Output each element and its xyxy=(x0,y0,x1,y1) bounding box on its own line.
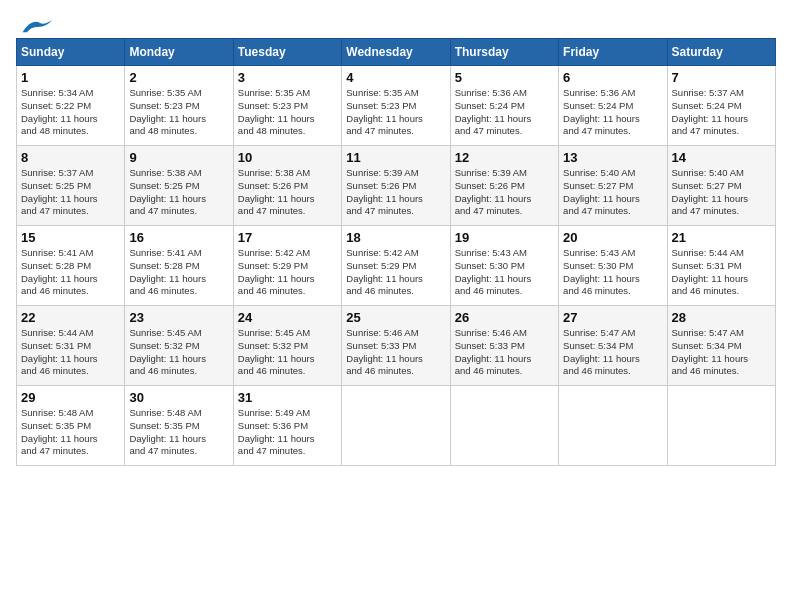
logo xyxy=(16,16,54,30)
calendar-cell: 27Sunrise: 5:47 AM Sunset: 5:34 PM Dayli… xyxy=(559,306,667,386)
calendar-cell: 17Sunrise: 5:42 AM Sunset: 5:29 PM Dayli… xyxy=(233,226,341,306)
calendar-week-1: 1Sunrise: 5:34 AM Sunset: 5:22 PM Daylig… xyxy=(17,66,776,146)
calendar-cell: 25Sunrise: 5:46 AM Sunset: 5:33 PM Dayli… xyxy=(342,306,450,386)
day-detail: Sunrise: 5:35 AM Sunset: 5:23 PM Dayligh… xyxy=(346,87,445,138)
day-detail: Sunrise: 5:37 AM Sunset: 5:25 PM Dayligh… xyxy=(21,167,120,218)
day-detail: Sunrise: 5:42 AM Sunset: 5:29 PM Dayligh… xyxy=(238,247,337,298)
day-detail: Sunrise: 5:38 AM Sunset: 5:26 PM Dayligh… xyxy=(238,167,337,218)
day-number: 23 xyxy=(129,310,228,325)
day-number: 3 xyxy=(238,70,337,85)
day-detail: Sunrise: 5:39 AM Sunset: 5:26 PM Dayligh… xyxy=(455,167,554,218)
calendar-cell: 12Sunrise: 5:39 AM Sunset: 5:26 PM Dayli… xyxy=(450,146,558,226)
calendar-cell: 31Sunrise: 5:49 AM Sunset: 5:36 PM Dayli… xyxy=(233,386,341,466)
day-number: 2 xyxy=(129,70,228,85)
day-number: 22 xyxy=(21,310,120,325)
day-number: 7 xyxy=(672,70,771,85)
day-number: 28 xyxy=(672,310,771,325)
calendar-cell: 4Sunrise: 5:35 AM Sunset: 5:23 PM Daylig… xyxy=(342,66,450,146)
day-detail: Sunrise: 5:48 AM Sunset: 5:35 PM Dayligh… xyxy=(21,407,120,458)
calendar-cell xyxy=(342,386,450,466)
calendar-cell: 28Sunrise: 5:47 AM Sunset: 5:34 PM Dayli… xyxy=(667,306,775,386)
calendar-cell: 15Sunrise: 5:41 AM Sunset: 5:28 PM Dayli… xyxy=(17,226,125,306)
calendar-cell: 14Sunrise: 5:40 AM Sunset: 5:27 PM Dayli… xyxy=(667,146,775,226)
calendar-cell: 13Sunrise: 5:40 AM Sunset: 5:27 PM Dayli… xyxy=(559,146,667,226)
day-number: 16 xyxy=(129,230,228,245)
day-number: 14 xyxy=(672,150,771,165)
calendar-cell: 2Sunrise: 5:35 AM Sunset: 5:23 PM Daylig… xyxy=(125,66,233,146)
col-header-thursday: Thursday xyxy=(450,39,558,66)
calendar-cell: 29Sunrise: 5:48 AM Sunset: 5:35 PM Dayli… xyxy=(17,386,125,466)
day-detail: Sunrise: 5:47 AM Sunset: 5:34 PM Dayligh… xyxy=(672,327,771,378)
day-number: 15 xyxy=(21,230,120,245)
day-detail: Sunrise: 5:36 AM Sunset: 5:24 PM Dayligh… xyxy=(563,87,662,138)
day-number: 25 xyxy=(346,310,445,325)
calendar-cell: 24Sunrise: 5:45 AM Sunset: 5:32 PM Dayli… xyxy=(233,306,341,386)
day-number: 30 xyxy=(129,390,228,405)
day-detail: Sunrise: 5:47 AM Sunset: 5:34 PM Dayligh… xyxy=(563,327,662,378)
day-number: 29 xyxy=(21,390,120,405)
day-detail: Sunrise: 5:43 AM Sunset: 5:30 PM Dayligh… xyxy=(455,247,554,298)
calendar-cell: 22Sunrise: 5:44 AM Sunset: 5:31 PM Dayli… xyxy=(17,306,125,386)
day-detail: Sunrise: 5:38 AM Sunset: 5:25 PM Dayligh… xyxy=(129,167,228,218)
calendar-week-2: 8Sunrise: 5:37 AM Sunset: 5:25 PM Daylig… xyxy=(17,146,776,226)
calendar-cell: 8Sunrise: 5:37 AM Sunset: 5:25 PM Daylig… xyxy=(17,146,125,226)
calendar-cell: 1Sunrise: 5:34 AM Sunset: 5:22 PM Daylig… xyxy=(17,66,125,146)
day-number: 10 xyxy=(238,150,337,165)
day-number: 17 xyxy=(238,230,337,245)
calendar-week-4: 22Sunrise: 5:44 AM Sunset: 5:31 PM Dayli… xyxy=(17,306,776,386)
day-number: 27 xyxy=(563,310,662,325)
calendar-cell: 5Sunrise: 5:36 AM Sunset: 5:24 PM Daylig… xyxy=(450,66,558,146)
calendar-cell: 26Sunrise: 5:46 AM Sunset: 5:33 PM Dayli… xyxy=(450,306,558,386)
day-number: 20 xyxy=(563,230,662,245)
calendar-cell xyxy=(667,386,775,466)
day-detail: Sunrise: 5:49 AM Sunset: 5:36 PM Dayligh… xyxy=(238,407,337,458)
calendar-cell: 23Sunrise: 5:45 AM Sunset: 5:32 PM Dayli… xyxy=(125,306,233,386)
day-detail: Sunrise: 5:44 AM Sunset: 5:31 PM Dayligh… xyxy=(21,327,120,378)
calendar-week-5: 29Sunrise: 5:48 AM Sunset: 5:35 PM Dayli… xyxy=(17,386,776,466)
day-detail: Sunrise: 5:41 AM Sunset: 5:28 PM Dayligh… xyxy=(129,247,228,298)
calendar-cell: 19Sunrise: 5:43 AM Sunset: 5:30 PM Dayli… xyxy=(450,226,558,306)
day-detail: Sunrise: 5:45 AM Sunset: 5:32 PM Dayligh… xyxy=(129,327,228,378)
calendar-week-3: 15Sunrise: 5:41 AM Sunset: 5:28 PM Dayli… xyxy=(17,226,776,306)
calendar-cell: 30Sunrise: 5:48 AM Sunset: 5:35 PM Dayli… xyxy=(125,386,233,466)
day-detail: Sunrise: 5:40 AM Sunset: 5:27 PM Dayligh… xyxy=(672,167,771,218)
calendar-cell xyxy=(559,386,667,466)
day-number: 4 xyxy=(346,70,445,85)
calendar-cell: 16Sunrise: 5:41 AM Sunset: 5:28 PM Dayli… xyxy=(125,226,233,306)
page-header xyxy=(16,16,776,30)
day-number: 24 xyxy=(238,310,337,325)
day-number: 8 xyxy=(21,150,120,165)
day-detail: Sunrise: 5:42 AM Sunset: 5:29 PM Dayligh… xyxy=(346,247,445,298)
calendar-table: SundayMondayTuesdayWednesdayThursdayFrid… xyxy=(16,38,776,466)
calendar-cell: 11Sunrise: 5:39 AM Sunset: 5:26 PM Dayli… xyxy=(342,146,450,226)
day-number: 12 xyxy=(455,150,554,165)
day-detail: Sunrise: 5:34 AM Sunset: 5:22 PM Dayligh… xyxy=(21,87,120,138)
calendar-cell: 20Sunrise: 5:43 AM Sunset: 5:30 PM Dayli… xyxy=(559,226,667,306)
day-detail: Sunrise: 5:36 AM Sunset: 5:24 PM Dayligh… xyxy=(455,87,554,138)
day-detail: Sunrise: 5:45 AM Sunset: 5:32 PM Dayligh… xyxy=(238,327,337,378)
day-detail: Sunrise: 5:39 AM Sunset: 5:26 PM Dayligh… xyxy=(346,167,445,218)
header-row: SundayMondayTuesdayWednesdayThursdayFrid… xyxy=(17,39,776,66)
day-detail: Sunrise: 5:35 AM Sunset: 5:23 PM Dayligh… xyxy=(238,87,337,138)
day-number: 1 xyxy=(21,70,120,85)
day-number: 18 xyxy=(346,230,445,245)
day-number: 26 xyxy=(455,310,554,325)
day-detail: Sunrise: 5:46 AM Sunset: 5:33 PM Dayligh… xyxy=(346,327,445,378)
day-detail: Sunrise: 5:43 AM Sunset: 5:30 PM Dayligh… xyxy=(563,247,662,298)
col-header-tuesday: Tuesday xyxy=(233,39,341,66)
day-number: 6 xyxy=(563,70,662,85)
calendar-cell: 7Sunrise: 5:37 AM Sunset: 5:24 PM Daylig… xyxy=(667,66,775,146)
col-header-saturday: Saturday xyxy=(667,39,775,66)
col-header-friday: Friday xyxy=(559,39,667,66)
day-detail: Sunrise: 5:44 AM Sunset: 5:31 PM Dayligh… xyxy=(672,247,771,298)
day-number: 5 xyxy=(455,70,554,85)
day-number: 21 xyxy=(672,230,771,245)
day-detail: Sunrise: 5:40 AM Sunset: 5:27 PM Dayligh… xyxy=(563,167,662,218)
calendar-cell: 3Sunrise: 5:35 AM Sunset: 5:23 PM Daylig… xyxy=(233,66,341,146)
calendar-cell xyxy=(450,386,558,466)
day-number: 19 xyxy=(455,230,554,245)
day-number: 13 xyxy=(563,150,662,165)
logo-bird-icon xyxy=(18,16,54,36)
calendar-cell: 18Sunrise: 5:42 AM Sunset: 5:29 PM Dayli… xyxy=(342,226,450,306)
col-header-monday: Monday xyxy=(125,39,233,66)
